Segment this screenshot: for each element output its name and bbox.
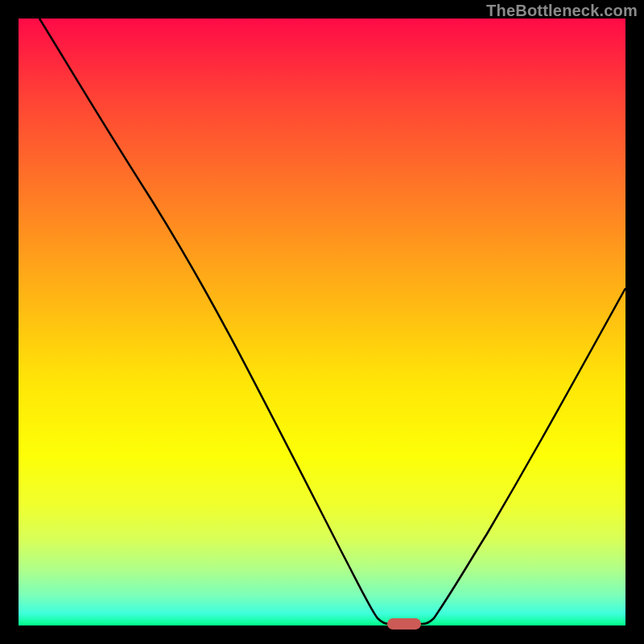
chart-frame: { "watermark": "TheBottleneck.com", "cha… [0, 0, 644, 644]
optimal-marker [387, 618, 421, 630]
plot-area [19, 19, 625, 625]
bottleneck-curve [19, 19, 625, 625]
watermark-text: TheBottleneck.com [486, 2, 638, 20]
curve-path [39, 19, 625, 624]
